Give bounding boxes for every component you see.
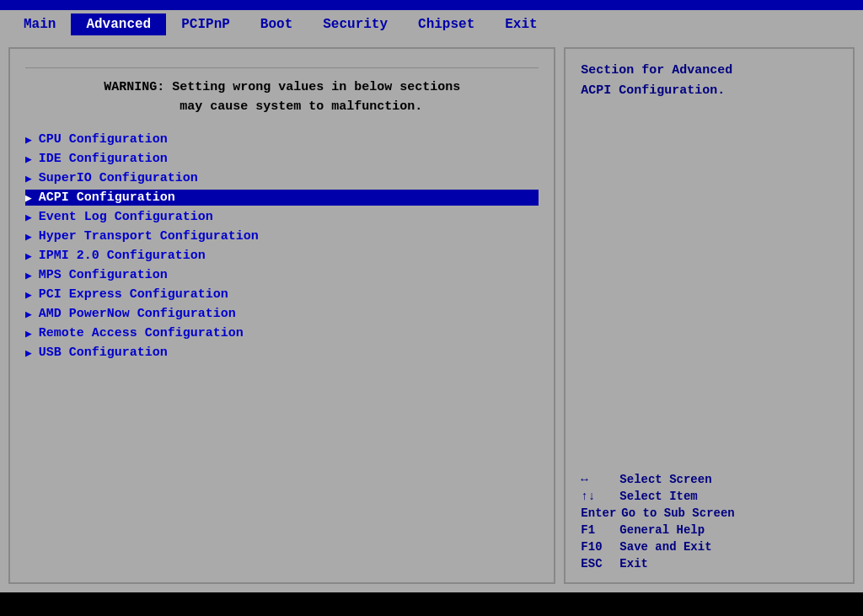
arrow-icon: ▶ (25, 269, 32, 282)
menu-list-item[interactable]: ▶PCI Express Configuration (25, 287, 539, 303)
help-label: Save and Exit (619, 540, 711, 554)
menu-list-item[interactable]: ▶MPS Configuration (25, 267, 539, 283)
menu-list-item-label: PCI Express Configuration (39, 287, 228, 302)
menu-list-item[interactable]: ▶Remote Access Configuration (25, 325, 539, 341)
help-row: ↑↓Select Item (581, 490, 838, 503)
menu-list-item[interactable]: ▶USB Configuration (25, 345, 539, 361)
help-label: Select Screen (619, 473, 711, 486)
menu-list-item[interactable]: ▶SuperIO Configuration (25, 170, 539, 186)
menu-list-item[interactable]: ▶AMD PowerNow Configuration (25, 306, 539, 322)
arrow-icon: ▶ (25, 327, 32, 340)
menu-list-item[interactable]: ▶Event Log Configuration (25, 209, 539, 225)
help-key: F1 (581, 523, 614, 537)
menu-list-item-label: SuperIO Configuration (39, 171, 198, 185)
menu-list-item[interactable]: ▶ACPI Configuration (25, 190, 539, 206)
menu-list-item-label: Event Log Configuration (39, 210, 213, 224)
menu-list-item[interactable]: ▶IDE Configuration (25, 151, 539, 167)
arrow-icon: ▶ (25, 346, 32, 360)
menu-item-boot[interactable]: Boot (245, 13, 308, 35)
help-key: ↔ (581, 473, 614, 486)
left-panel: WARNING: Setting wrong values in below s… (8, 47, 555, 584)
arrow-icon: ▶ (25, 211, 32, 224)
menu-item-exit[interactable]: Exit (490, 13, 552, 35)
bottom-bar (0, 592, 863, 616)
help-label: Go to Sub Screen (621, 506, 734, 520)
title-bar (0, 0, 863, 10)
menu-list-item-label: ACPI Configuration (39, 190, 175, 205)
arrow-icon: ▶ (25, 288, 32, 302)
menu-item-main[interactable]: Main (8, 13, 71, 35)
menu-list-item-label: IDE Configuration (39, 152, 168, 166)
menu-list-item-label: Hyper Transport Configuration (39, 229, 259, 244)
help-label: General Help (619, 523, 705, 537)
menu-list-item-label: Remote Access Configuration (39, 326, 244, 340)
menu-bar: MainAdvancedPCIPnPBootSecurityChipsetExi… (0, 10, 863, 39)
menu-list: ▶CPU Configuration▶IDE Configuration▶Sup… (25, 131, 539, 361)
menu-list-item[interactable]: ▶CPU Configuration (25, 131, 539, 147)
menu-list-item-label: CPU Configuration (39, 132, 168, 147)
menu-list-item[interactable]: ▶Hyper Transport Configuration (25, 228, 539, 244)
menu-list-item-label: MPS Configuration (39, 268, 168, 282)
help-row: ESCExit (581, 557, 838, 570)
help-label: Select Item (619, 490, 697, 503)
right-panel: Section for AdvancedACPI Configuration. … (564, 47, 855, 584)
help-row: F10Save and Exit (581, 540, 838, 554)
arrow-icon: ▶ (25, 172, 32, 185)
help-key: ESC (581, 557, 614, 570)
help-key: ↑↓ (581, 490, 614, 503)
menu-item-pcipnp[interactable]: PCIPnP (166, 13, 245, 35)
menu-list-item-label: AMD PowerNow Configuration (39, 307, 236, 321)
help-section: ↔Select Screen↑↓Select ItemEnterGo to Su… (581, 473, 838, 570)
help-key: Enter (581, 506, 616, 520)
arrow-icon: ▶ (25, 133, 32, 147)
arrow-icon: ▶ (25, 249, 32, 263)
arrow-icon: ▶ (25, 230, 32, 244)
menu-item-advanced[interactable]: Advanced (71, 13, 166, 35)
help-row: F1General Help (581, 523, 838, 537)
menu-list-item[interactable]: ▶IPMI 2.0 Configuration (25, 248, 539, 264)
help-label: Exit (619, 557, 648, 570)
help-row: EnterGo to Sub Screen (581, 506, 838, 520)
help-row: ↔Select Screen (581, 473, 838, 486)
arrow-icon: ▶ (25, 191, 32, 205)
right-description: Section for AdvancedACPI Configuration. (581, 61, 838, 101)
content-area: WARNING: Setting wrong values in below s… (0, 39, 863, 592)
help-key: F10 (581, 540, 614, 554)
menu-list-item-label: USB Configuration (39, 345, 168, 360)
arrow-icon: ▶ (25, 153, 32, 166)
menu-item-security[interactable]: Security (308, 13, 403, 35)
divider (25, 67, 539, 68)
menu-item-chipset[interactable]: Chipset (403, 13, 490, 35)
arrow-icon: ▶ (25, 308, 32, 321)
warning-text: WARNING: Setting wrong values in below s… (25, 78, 539, 116)
bios-screen: MainAdvancedPCIPnPBootSecurityChipsetExi… (0, 0, 863, 616)
menu-list-item-label: IPMI 2.0 Configuration (39, 249, 206, 263)
